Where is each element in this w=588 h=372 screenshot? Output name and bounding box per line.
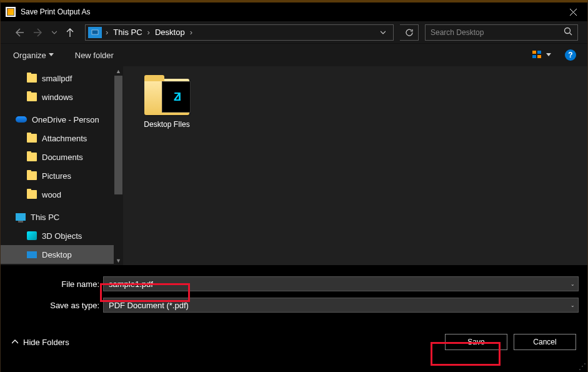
3d-objects-icon bbox=[27, 231, 37, 240]
onedrive-icon bbox=[16, 116, 27, 123]
body-area: smallpdf windows OneDrive - Person Attac… bbox=[1, 66, 587, 265]
chevron-right-icon: › bbox=[104, 28, 109, 37]
svg-point-2 bbox=[565, 28, 571, 34]
close-icon bbox=[570, 9, 577, 16]
scroll-down-button[interactable]: ▼ bbox=[114, 256, 123, 265]
refresh-button[interactable] bbox=[400, 24, 419, 41]
tree-item-smallpdf[interactable]: smallpdf bbox=[1, 69, 123, 88]
breadcrumb-desktop[interactable]: Desktop bbox=[151, 28, 189, 37]
recent-button[interactable] bbox=[50, 24, 59, 41]
view-options-button[interactable] bbox=[530, 48, 554, 62]
save-button[interactable]: Save bbox=[445, 334, 507, 350]
svg-rect-4 bbox=[537, 51, 541, 54]
file-list[interactable]: ZI Desktop FIles bbox=[123, 66, 587, 265]
svg-rect-3 bbox=[532, 51, 536, 54]
back-button[interactable] bbox=[10, 24, 27, 41]
tree-scrollbar: ▲ ▼ bbox=[114, 66, 123, 265]
chevron-down-icon bbox=[49, 53, 54, 57]
forward-button[interactable] bbox=[30, 24, 47, 41]
footer: Hide Folders Save Cancel bbox=[1, 324, 587, 359]
search-box[interactable] bbox=[425, 24, 578, 41]
folder-icon bbox=[27, 93, 37, 101]
search-input[interactable] bbox=[431, 28, 560, 37]
folder-label: Desktop FIles bbox=[144, 120, 189, 129]
chevron-down-icon bbox=[546, 53, 551, 57]
up-button[interactable] bbox=[61, 24, 79, 41]
filename-field-wrapper: ⌄ bbox=[103, 276, 579, 291]
savetype-label: Save as type: bbox=[9, 301, 103, 310]
new-folder-label: New folder bbox=[75, 51, 114, 60]
organize-label: Organize bbox=[13, 51, 46, 60]
chevron-up-icon bbox=[12, 339, 18, 345]
savetype-select[interactable]: PDF Document (*.pdf) ⌄ bbox=[103, 298, 579, 313]
refresh-icon bbox=[405, 28, 414, 37]
arrow-up-icon bbox=[66, 28, 74, 37]
tree-item-onedrive[interactable]: OneDrive - Person bbox=[1, 110, 123, 129]
svg-rect-0 bbox=[92, 30, 98, 34]
title-bar: Save Print Output As bbox=[1, 3, 587, 21]
folder-icon bbox=[27, 190, 37, 199]
new-folder-button[interactable]: New folder bbox=[74, 48, 115, 63]
location-icon bbox=[88, 27, 102, 38]
cancel-button[interactable]: Cancel bbox=[514, 334, 576, 350]
chevron-right-icon: › bbox=[146, 28, 151, 37]
tree-item-wood[interactable]: wood bbox=[1, 185, 123, 204]
svg-rect-5 bbox=[532, 55, 536, 58]
filename-label: File name: bbox=[9, 279, 103, 289]
folder-item-desktop-files[interactable]: ZI Desktop FIles bbox=[136, 75, 198, 133]
close-button[interactable] bbox=[559, 3, 587, 21]
hide-folders-button[interactable]: Hide Folders bbox=[12, 338, 69, 347]
search-icon[interactable] bbox=[564, 27, 572, 38]
pc-icon bbox=[16, 213, 26, 221]
scroll-up-button[interactable]: ▲ bbox=[114, 66, 123, 76]
address-bar[interactable]: › This PC › Desktop › bbox=[85, 24, 394, 41]
savetype-value: PDF Document (*.pdf) bbox=[104, 301, 567, 310]
svg-rect-6 bbox=[537, 55, 541, 58]
toolbar: Organize New folder ? bbox=[1, 44, 587, 66]
filename-history-button[interactable]: ⌄ bbox=[567, 277, 578, 291]
scroll-thumb[interactable] bbox=[114, 76, 122, 194]
address-history-button[interactable] bbox=[376, 25, 391, 40]
tree-item-pictures[interactable]: Pictures bbox=[1, 166, 123, 185]
tree-item-attachments[interactable]: Attachments bbox=[1, 129, 123, 148]
nav-bar: › This PC › Desktop › bbox=[1, 21, 587, 44]
breadcrumb-thispc[interactable]: This PC bbox=[109, 28, 146, 37]
folder-icon bbox=[27, 134, 37, 143]
folder-icon bbox=[27, 74, 37, 83]
chevron-down-icon bbox=[381, 30, 386, 35]
tree-item-windows[interactable]: windows bbox=[1, 88, 123, 106]
help-button[interactable]: ? bbox=[565, 49, 576, 61]
tree-item-thispc[interactable]: This PC bbox=[1, 208, 123, 226]
tree-item-3dobjects[interactable]: 3D Objects bbox=[1, 226, 123, 245]
arrow-right-icon bbox=[34, 28, 44, 38]
organize-button[interactable]: Organize bbox=[12, 48, 55, 63]
folder-icon bbox=[27, 171, 37, 180]
app-icon bbox=[6, 7, 16, 17]
tree-item-desktop[interactable]: Desktop bbox=[1, 245, 123, 264]
chevron-right-icon: › bbox=[189, 28, 194, 37]
folder-icon bbox=[27, 153, 37, 161]
window-title: Save Print Output As bbox=[21, 8, 559, 16]
resize-grip[interactable]: ⋰ bbox=[579, 362, 586, 371]
chevron-down-icon bbox=[52, 30, 57, 35]
save-form: File name: ⌄ Save as type: PDF Document … bbox=[1, 265, 587, 324]
hide-folders-label: Hide Folders bbox=[23, 338, 69, 347]
savetype-dropdown-button[interactable]: ⌄ bbox=[567, 298, 578, 312]
folder-icon: ZI bbox=[144, 79, 189, 115]
nav-tree: smallpdf windows OneDrive - Person Attac… bbox=[1, 66, 123, 265]
arrow-left-icon bbox=[14, 28, 24, 38]
tree-item-documents[interactable]: Documents bbox=[1, 148, 123, 166]
filename-input[interactable] bbox=[104, 279, 567, 289]
desktop-icon bbox=[27, 251, 37, 258]
view-icon bbox=[532, 51, 542, 59]
